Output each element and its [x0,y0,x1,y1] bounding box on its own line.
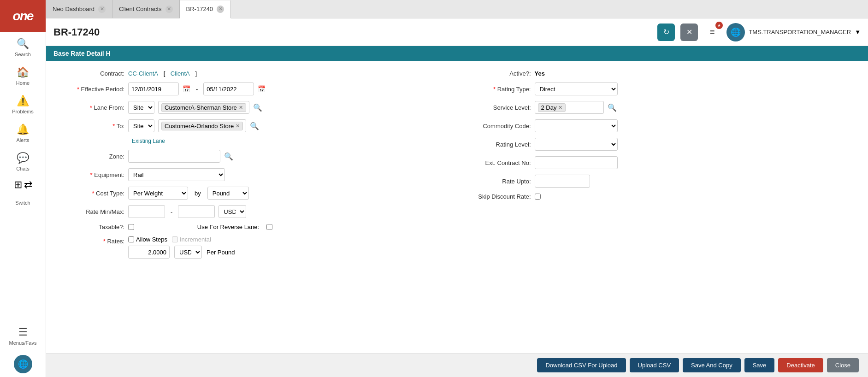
lane-from-tag-input: CustomerA-Sherman Store ✕ [158,101,249,114]
to-search-button[interactable]: 🔍 [250,122,259,130]
tab-neo-dashboard-close[interactable]: ✕ [98,6,106,13]
commodity-code-row: Commodity Code: [471,119,855,132]
deactivate-button[interactable]: Deactivate [778,358,823,372]
to-tag-input: CustomerA-Orlando Store ✕ [158,119,246,132]
sidebar-item-user-avatar[interactable]: 🌐 [0,349,46,377]
calendar-icon-from[interactable]: 📅 [183,85,190,93]
rating-type-select[interactable]: Direct [535,82,618,95]
sidebar-label-menus-favs: Menus/Favs [9,340,37,346]
cost-type-row: * Cost Type: Per Weight by Pound [60,187,443,200]
home-icon: 🏠 [17,66,29,78]
ext-contract-label: Ext. Contract No: [471,159,531,166]
ext-contract-input[interactable] [535,156,618,169]
lane-from-row: * Lane From: Site CustomerA-Sherman Stor… [60,101,443,114]
rates-value-row: USD Per Pound [128,246,235,259]
refresh-button[interactable]: ↻ [657,24,675,41]
search-icon: 🔍 [17,38,29,50]
sidebar-item-switch[interactable]: ⊞ ⇄ [0,175,46,194]
sidebar-label-chats: Chats [16,166,30,171]
rate-currency2-select[interactable]: USD [174,246,202,259]
upload-csv-button[interactable]: Upload CSV [630,358,679,372]
user-profile-area[interactable]: 🌐 TMS.TRANSPORTATION_MANAGER ▼ [726,23,861,41]
sidebar-item-menus-favs[interactable]: ☰ Menus/Favs [0,321,46,349]
contract-bracket-close: ] [194,70,197,77]
download-csv-button[interactable]: Download CSV For Upload [537,358,626,372]
chat-icon: 💬 [17,152,29,164]
equipment-select[interactable]: Rail [128,168,225,181]
form-right-col: Active?: Yes * Rating Type: Direct [471,70,855,264]
by-select[interactable]: Pound [207,187,249,200]
lane-from-search-button[interactable]: 🔍 [253,103,262,112]
effective-from-input[interactable] [128,82,179,95]
cost-type-select[interactable]: Per Weight [128,187,188,200]
zone-search-button[interactable]: 🔍 [224,152,233,161]
skip-discount-row: Skip Discount Rate: [471,193,855,200]
sidebar-item-problems[interactable]: ⚠️ Problems [0,89,46,118]
rates-checkboxes-row: Allow Steps Incremental [128,236,235,243]
skip-discount-label: Skip Discount Rate: [471,193,531,200]
calendar-icon-to[interactable]: 📅 [258,85,266,93]
contract-bracket: [ [162,70,167,77]
rate-currency-select[interactable]: USD [218,205,246,218]
sidebar-item-home[interactable]: 🏠 Home [0,61,46,89]
tab-bar: Neo Dashboard ✕ Client Contracts ✕ BR-17… [46,0,868,18]
close-record-button[interactable]: ✕ [680,24,698,41]
rates-area: Allow Steps Incremental USD [128,236,235,259]
user-avatar: 🌐 [726,23,745,41]
switch-icon2: ⇄ [24,179,32,191]
lane-from-type-select[interactable]: Site [128,101,154,114]
save-button[interactable]: Save [744,358,775,372]
header-bar: BR-17240 ↻ ✕ ≡ ★ 🌐 TMS.TRANSPORTATION_MA… [46,18,868,46]
sidebar-item-search[interactable]: 🔍 Search [0,32,46,61]
commodity-code-select[interactable] [535,119,618,132]
rate-min-input[interactable] [128,205,165,218]
contract-bracket-label[interactable]: ClientA [171,70,190,77]
user-name: TMS.TRANSPORTATION_MANAGER [749,29,851,35]
rating-level-label: Rating Level: [471,141,531,148]
service-level-search-button[interactable]: 🔍 [608,103,617,112]
zone-input[interactable] [128,150,220,163]
tab-neo-dashboard[interactable]: Neo Dashboard ✕ [46,0,112,18]
equipment-row: * Equipment: Rail [60,168,443,181]
service-level-tag-remove[interactable]: ✕ [558,105,562,111]
menu-lines-icon: ☰ [18,326,28,338]
rating-level-select[interactable] [535,138,618,151]
incremental-checkbox[interactable] [172,236,178,242]
lane-from-tag-remove[interactable]: ✕ [239,105,243,111]
tab-client-contracts[interactable]: Client Contracts ✕ [112,0,179,18]
sidebar-item-chats[interactable]: 💬 Chats [0,147,46,175]
tab-br-17240[interactable]: BR-17240 ✕ [180,0,231,18]
to-type-select[interactable]: Site [128,119,154,132]
tab-br-17240-label: BR-17240 [186,6,213,12]
dropdown-icon: ▼ [855,29,861,35]
tab-neo-dashboard-label: Neo Dashboard [53,6,94,12]
existing-lane-link[interactable]: Existing Lane [132,138,165,144]
ext-contract-row: Ext. Contract No: [471,156,855,169]
rate-value-input[interactable] [128,246,170,259]
use-reverse-lane-checkbox[interactable] [266,224,272,230]
sidebar-label-alerts: Alerts [16,137,29,143]
required-star-1: * [77,86,81,93]
taxable-checkbox[interactable] [128,224,134,230]
rates-label: * Rates: [60,236,124,245]
save-and-copy-button[interactable]: Save And Copy [683,358,741,372]
sidebar-item-alerts[interactable]: 🔔 Alerts [0,118,46,147]
warning-icon: ⚠️ [17,95,29,107]
tab-br-17240-close[interactable]: ✕ [217,6,224,13]
use-reverse-lane-label: Use For Reverse Lane: [197,224,259,230]
to-tag-remove[interactable]: ✕ [236,123,240,129]
allow-steps-checkbox[interactable] [128,236,134,242]
active-row: Active?: Yes [471,70,855,77]
tab-client-contracts-close[interactable]: ✕ [165,6,173,13]
rate-upto-input[interactable] [535,175,590,188]
skip-discount-checkbox[interactable] [535,194,541,200]
section-header: Base Rate Detail H [46,46,868,61]
contract-value: CC-ClientA [128,70,158,77]
rate-max-input[interactable] [178,205,215,218]
effective-to-input[interactable] [203,82,254,95]
app-logo[interactable]: one [0,0,46,32]
sidebar-label-problems: Problems [12,109,33,114]
service-level-label: Service Level: [471,104,531,111]
menu-button[interactable]: ≡ ★ [703,24,721,41]
close-button[interactable]: Close [827,358,859,372]
